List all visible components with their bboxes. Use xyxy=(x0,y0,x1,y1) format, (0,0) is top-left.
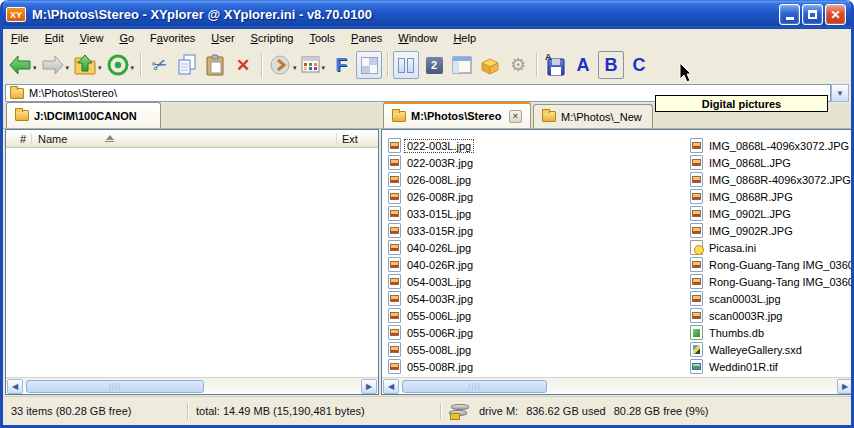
scroll-left-icon[interactable]: ◀ xyxy=(7,379,23,394)
file-row[interactable]: IMG_0868L-4096x3072.JPG xyxy=(690,137,852,154)
address-dropdown-button[interactable]: ▼ xyxy=(831,84,849,102)
cut-button[interactable]: ✂ xyxy=(146,51,172,79)
file-type-icon xyxy=(388,274,401,289)
menu-item[interactable]: File xyxy=(3,30,37,46)
file-row[interactable]: IMG_0902L.JPG xyxy=(690,205,852,222)
toolbar: ▾ ▾ ▾ ▾ ✂ xyxy=(3,47,851,83)
file-row[interactable]: 055-008R.jpg xyxy=(388,358,678,375)
delete-button[interactable]: ✕ xyxy=(230,51,256,79)
file-row[interactable]: 026-008R.jpg xyxy=(388,188,678,205)
menu-item[interactable]: Window xyxy=(390,30,445,46)
file-row[interactable]: IMG_0868R-4096x3072.JPG xyxy=(690,171,852,188)
file-row[interactable]: 022-003L.jpg xyxy=(388,137,678,154)
tree-panel-button[interactable] xyxy=(449,51,475,79)
pane-2-icon: 2 xyxy=(426,57,443,74)
scrollbar-thumb[interactable] xyxy=(402,380,547,393)
scroll-left-icon[interactable]: ◀ xyxy=(383,379,399,394)
column-header-name[interactable]: Name xyxy=(32,133,336,145)
back-dropdown-icon[interactable]: ▾ xyxy=(33,64,37,78)
color-filter-dropdown-icon[interactable]: ▾ xyxy=(322,64,326,78)
file-row[interactable]: WalleyeGallery.sxd xyxy=(690,341,852,358)
close-button[interactable]: ✕ xyxy=(825,4,846,25)
back-arrow-icon xyxy=(8,54,32,76)
tag-a-button[interactable]: A xyxy=(570,51,596,79)
file-row[interactable]: Weddin01R.tif xyxy=(690,358,852,375)
file-row[interactable]: 033-015R.jpg xyxy=(388,222,678,239)
maximize-button[interactable] xyxy=(802,4,823,25)
file-row[interactable]: 055-006L.jpg xyxy=(388,307,678,324)
file-row[interactable]: 054-003L.jpg xyxy=(388,273,678,290)
pane-2-button[interactable]: 2 xyxy=(421,51,447,79)
file-row[interactable]: IMG_0868L.JPG xyxy=(690,154,852,171)
column-header-number[interactable]: # xyxy=(6,133,32,145)
status-items-count: 33 items (80.28 GB free) xyxy=(3,397,187,424)
menu-item[interactable]: Tools xyxy=(301,30,343,46)
file-row[interactable]: 033-015L.jpg xyxy=(388,205,678,222)
right-pane-hscrollbar[interactable]: ◀ ▶ xyxy=(382,377,854,394)
tag-c-button[interactable]: C xyxy=(626,51,652,79)
left-pane-hscrollbar[interactable]: ◀ ▶ xyxy=(6,377,378,394)
menu-item[interactable]: Favorites xyxy=(142,30,203,46)
tag-b-button[interactable]: B xyxy=(598,51,624,79)
title-bar[interactable]: XY M:\Photos\Stereo - XYplorer @ XYplore… xyxy=(0,0,854,29)
file-row[interactable]: Rong-Guang-Tang IMG_0360L. xyxy=(690,256,852,273)
color-filter-button[interactable]: ▾ xyxy=(300,51,327,79)
menu-item[interactable]: User xyxy=(203,30,242,46)
menu-item[interactable]: Panes xyxy=(343,30,390,46)
back-button[interactable]: ▾ xyxy=(7,51,38,79)
queue-icon xyxy=(268,53,292,77)
mini-tree-button[interactable] xyxy=(477,51,503,79)
file-row[interactable]: scan0003L.jpg xyxy=(690,290,852,307)
forward-dropdown-icon[interactable]: ▾ xyxy=(66,64,70,78)
scrollbar-thumb[interactable] xyxy=(26,380,204,393)
copy-button[interactable] xyxy=(174,51,200,79)
cut-icon: ✂ xyxy=(148,52,170,78)
file-row[interactable]: Rong-Guang-Tang IMG_0360R. xyxy=(690,273,852,290)
file-type-icon xyxy=(690,325,703,340)
font-button[interactable]: F xyxy=(328,51,354,79)
menu-item[interactable]: Help xyxy=(445,30,484,46)
file-row[interactable]: scan0003R.jpg xyxy=(690,307,852,324)
left-pane-tab[interactable]: J:\DCIM\100CANON xyxy=(6,102,161,128)
mouse-cursor-icon xyxy=(679,62,693,84)
column-header-ext[interactable]: Ext xyxy=(336,133,378,145)
scroll-right-icon[interactable]: ▶ xyxy=(837,379,853,394)
go-to-dropdown-icon[interactable]: ▾ xyxy=(131,64,135,78)
menu-item[interactable]: Go xyxy=(111,30,142,46)
menu-item[interactable]: View xyxy=(72,30,112,46)
file-row[interactable]: IMG_0868R.JPG xyxy=(690,188,852,205)
up-arrow-icon xyxy=(73,53,97,77)
queue-dropdown-icon[interactable]: ▾ xyxy=(293,64,297,78)
paste-button[interactable] xyxy=(202,51,228,79)
toolbar-separator xyxy=(140,53,141,77)
file-row[interactable]: Picasa.ini xyxy=(690,239,852,256)
tab-close-button[interactable]: × xyxy=(509,110,522,123)
file-row[interactable]: 022-003R.jpg xyxy=(388,154,678,171)
configuration-button[interactable]: ⚙ xyxy=(505,51,531,79)
file-row[interactable]: 026-008L.jpg xyxy=(388,171,678,188)
file-row[interactable]: IMG_0902R.JPG xyxy=(690,222,852,239)
right-pane-tab-new[interactable]: M:\Photos\_New xyxy=(533,104,653,128)
preview-toggle-button[interactable] xyxy=(356,51,382,79)
file-row[interactable]: 054-003R.jpg xyxy=(388,290,678,307)
up-button[interactable]: ▾ xyxy=(72,51,103,79)
go-to-button[interactable]: ▾ xyxy=(105,51,136,79)
menu-item[interactable]: Scripting xyxy=(243,30,302,46)
dual-pane-button[interactable] xyxy=(393,51,419,79)
file-row[interactable]: 040-026L.jpg xyxy=(388,239,678,256)
menu-item[interactable]: Edit xyxy=(37,30,72,46)
file-row[interactable]: 055-006R.jpg xyxy=(388,324,678,341)
up-dropdown-icon[interactable]: ▾ xyxy=(98,64,102,78)
file-row[interactable]: 055-008L.jpg xyxy=(388,341,678,358)
folder-icon xyxy=(10,88,24,99)
file-row[interactable]: Thumbs.db xyxy=(690,324,852,341)
save-settings-button[interactable]: A xyxy=(542,51,568,79)
file-row[interactable]: 040-026R.jpg xyxy=(388,256,678,273)
file-type-icon xyxy=(690,274,703,289)
file-name: 040-026L.jpg xyxy=(405,242,473,254)
minimize-button[interactable] xyxy=(779,4,800,25)
queue-button[interactable]: ▾ xyxy=(267,51,298,79)
scroll-right-icon[interactable]: ▶ xyxy=(361,379,377,394)
right-pane-tab-stereo[interactable]: M:\Photos\Stereo × xyxy=(383,102,531,128)
forward-button[interactable]: ▾ xyxy=(40,51,71,79)
